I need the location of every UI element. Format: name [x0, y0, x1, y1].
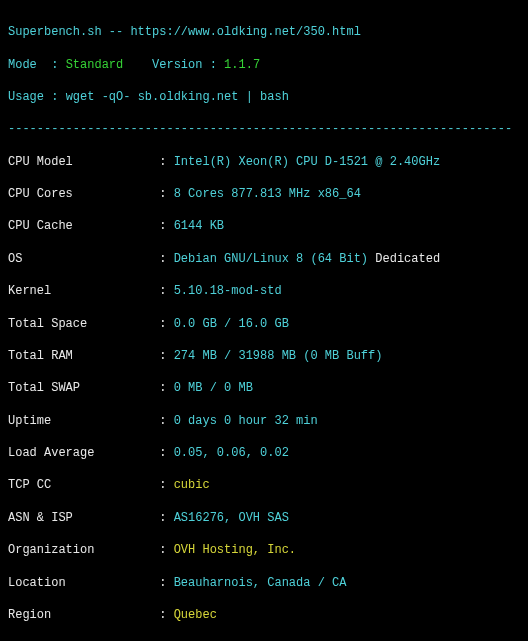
org-row: Organization : OVH Hosting, Inc. [8, 542, 520, 558]
kernel-row: Kernel : 5.10.18-mod-std [8, 283, 520, 299]
os-row: OS : Debian GNU/Linux 8 (64 Bit) Dedicat… [8, 251, 520, 267]
load-avg-row: Load Average : 0.05, 0.06, 0.02 [8, 445, 520, 461]
asn-isp-row: ASN & ISP : AS16276, OVH SAS [8, 510, 520, 526]
location-row: Location : Beauharnois, Canada / CA [8, 575, 520, 591]
header-usage: Usage : wget -qO- sb.oldking.net | bash [8, 89, 520, 105]
total-ram-row: Total RAM : 274 MB / 31988 MB (0 MB Buff… [8, 348, 520, 364]
tcp-cc-row: TCP CC : cubic [8, 477, 520, 493]
uptime-row: Uptime : 0 days 0 hour 32 min [8, 413, 520, 429]
total-swap-row: Total SWAP : 0 MB / 0 MB [8, 380, 520, 396]
cpu-model-row: CPU Model : Intel(R) Xeon(R) CPU D-1521 … [8, 154, 520, 170]
title-text: Superbench.sh -- https://www.oldking.net… [8, 25, 361, 39]
divider: ----------------------------------------… [8, 121, 520, 137]
header-mode-version: Mode : Standard Version : 1.1.7 [8, 57, 520, 73]
total-space-row: Total Space : 0.0 GB / 16.0 GB [8, 316, 520, 332]
cpu-cores-row: CPU Cores : 8 Cores 877.813 MHz x86_64 [8, 186, 520, 202]
cpu-cache-row: CPU Cache : 6144 KB [8, 218, 520, 234]
header-title: Superbench.sh -- https://www.oldking.net… [8, 24, 520, 40]
terminal-output: Superbench.sh -- https://www.oldking.net… [0, 0, 528, 641]
region-row: Region : Quebec [8, 607, 520, 623]
